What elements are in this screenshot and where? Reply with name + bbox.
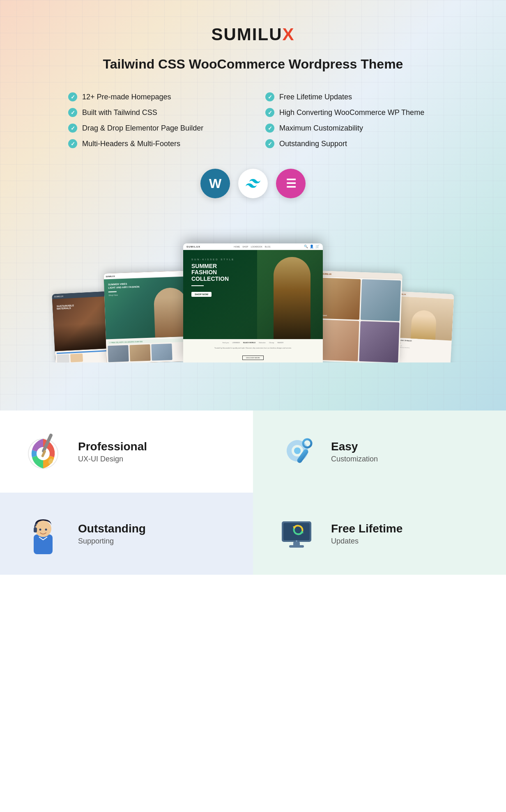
hero-section: SUMILUX Tailwind CSS WooCommerce Wordpre… <box>0 0 506 411</box>
feature-text-easy: Easy Customization <box>331 440 378 463</box>
svg-point-21 <box>39 529 41 531</box>
screenshot-wrapper: SUMILUX SUSTAINABLEMATERIALS <box>16 243 490 362</box>
feature-text-3: Drag & Drop Elementor Page Builder <box>82 124 203 133</box>
tailwind-icon <box>238 169 268 198</box>
check-icon-8 <box>265 139 274 148</box>
screenshot-side-right: SUMILUX BOHO <box>317 271 402 362</box>
feature-subtitle-professional: UX-UI Design <box>78 455 147 463</box>
check-icon-5 <box>265 92 274 101</box>
feature-card-updates: Free Lifetime Updates <box>253 493 506 575</box>
feature-title-updates: Free Lifetime <box>331 522 402 535</box>
svg-rect-7 <box>296 440 299 444</box>
feature-text-1: 12+ Pre-made Homepages <box>82 93 171 101</box>
svg-point-22 <box>45 529 47 531</box>
logo-text: SUMILU <box>211 25 282 44</box>
svg-rect-26 <box>289 545 304 548</box>
feature-subtitle-easy: Customization <box>331 455 378 463</box>
feature-title-professional: Professional <box>78 440 147 453</box>
screenshot-main: SUMILUX HOME SHOP LOOKBOOK BLOG 🔍 👤 🛒 <box>183 243 323 362</box>
feature-item: Free Lifetime Updates <box>265 92 438 101</box>
outstanding-icon-container <box>25 513 66 554</box>
logo-x: X <box>282 25 294 44</box>
paint-icon <box>25 431 66 472</box>
updates-icon-container <box>278 513 319 554</box>
professional-icon-container <box>25 431 66 472</box>
feature-text-2: Built with Tailwind CSS <box>82 108 157 117</box>
elementor-icon: ☰ <box>276 169 306 198</box>
logo: SUMILUX <box>33 25 473 44</box>
support-icon <box>25 513 66 554</box>
features-bottom: Professional UX-UI Design <box>0 411 506 575</box>
check-icon-7 <box>265 124 274 133</box>
feature-text-professional: Professional UX-UI Design <box>78 440 147 463</box>
hero-title: Tailwind CSS WooCommerce Wordpress Theme <box>33 57 473 72</box>
check-icon-1 <box>68 92 77 101</box>
updates-icon <box>278 513 319 554</box>
svg-rect-9 <box>287 449 291 452</box>
feature-item: High Converting WooCommerce WP Theme <box>265 108 438 117</box>
svg-rect-18 <box>34 534 53 554</box>
feature-item: Outstanding Support <box>265 139 438 148</box>
feature-card-professional: Professional UX-UI Design <box>0 411 253 493</box>
feature-item: Drag & Drop Elementor Page Builder <box>68 124 241 133</box>
check-icon-6 <box>265 108 274 117</box>
check-icon-2 <box>68 108 77 117</box>
check-icon-4 <box>68 139 77 148</box>
feature-title-easy: Easy <box>331 440 378 453</box>
svg-point-29 <box>296 540 297 542</box>
logo-container: SUMILUX <box>33 25 473 44</box>
screenshot-far-right: SUMILUX Luxe Linen Jumpsuit $89.00 The S… <box>393 291 454 362</box>
screenshots-container: SUMILUX SUSTAINABLEMATERIALS <box>16 219 490 362</box>
screenshot-far-left: SUMILUX SUSTAINABLEMATERIALS <box>52 291 113 362</box>
feature-text-4: Multi-Headers & Multi-Footers <box>82 140 180 148</box>
wordpress-icon: W <box>200 169 230 198</box>
feature-item: Maximum Customizability <box>265 124 438 133</box>
svg-rect-20 <box>34 528 37 532</box>
feature-text-outstanding: Outstanding Supporting <box>78 522 146 546</box>
feature-text-updates: Free Lifetime Updates <box>331 522 402 546</box>
check-icon-3 <box>68 124 77 133</box>
feature-card-outstanding: Outstanding Supporting <box>0 493 253 575</box>
feature-text-5: Free Lifetime Updates <box>279 93 352 101</box>
features-grid: 12+ Pre-made Homepages Free Lifetime Upd… <box>68 92 438 148</box>
feature-title-outstanding: Outstanding <box>78 522 146 535</box>
svg-point-17 <box>294 447 301 454</box>
feature-text-8: Outstanding Support <box>279 140 347 148</box>
feature-item: 12+ Pre-made Homepages <box>68 92 241 101</box>
feature-text-6: High Converting WooCommerce WP Theme <box>279 108 424 117</box>
gear-icon <box>278 431 319 472</box>
feature-subtitle-outstanding: Supporting <box>78 537 146 546</box>
screenshot-side-left: SUMILUX SUMMER VIBESLIGHT AND AIRY FASHI… <box>104 271 189 362</box>
feature-text-7: Maximum Customizability <box>279 124 363 133</box>
easy-icon-container <box>278 431 319 472</box>
feature-item: Multi-Headers & Multi-Footers <box>68 139 241 148</box>
tech-icons: W ☰ <box>33 169 473 198</box>
feature-item: Built with Tailwind CSS <box>68 108 241 117</box>
feature-subtitle-updates: Updates <box>331 537 402 546</box>
feature-card-easy: Easy Customization <box>253 411 506 493</box>
